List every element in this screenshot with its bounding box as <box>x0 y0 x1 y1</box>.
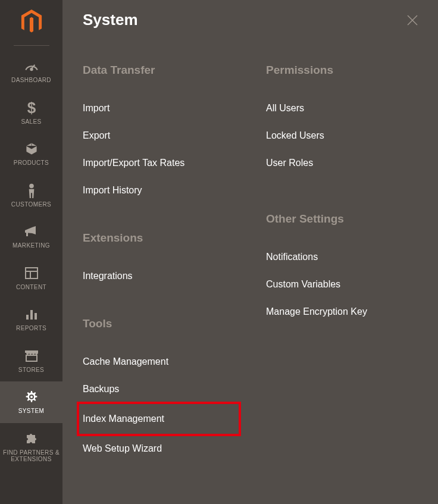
sidebar-item-reports[interactable]: REPORTS <box>0 299 62 340</box>
menu-notifications[interactable]: Notifications <box>266 243 421 271</box>
sidebar-item-marketing[interactable]: MARKETING <box>0 216 62 258</box>
sidebar-item-partners[interactable]: FIND PARTNERS & EXTENSIONS <box>0 423 62 471</box>
close-icon <box>406 14 419 27</box>
menu-locked-users[interactable]: Locked Users <box>266 122 421 149</box>
section-extensions: Extensions Integrations <box>83 231 245 290</box>
section-data-transfer: Data Transfer Import Export Import/Expor… <box>83 64 245 204</box>
sidebar-item-label: DASHBOARD <box>11 77 51 84</box>
magento-logo[interactable] <box>20 0 43 45</box>
bar-chart-icon <box>25 306 38 323</box>
sidebar-item-sales[interactable]: $ SALES <box>0 92 62 134</box>
svg-rect-10 <box>35 313 37 320</box>
section-heading: Permissions <box>266 64 421 77</box>
sidebar-item-content[interactable]: CONTENT <box>0 258 62 299</box>
megaphone-icon <box>24 223 39 240</box>
sidebar-item-label: SYSTEM <box>18 408 45 415</box>
system-flyout: System Data Transfer Import Export Impor… <box>62 0 438 504</box>
menu-import-history[interactable]: Import History <box>83 177 245 204</box>
section-heading: Data Transfer <box>83 64 245 77</box>
sidebar-item-customers[interactable]: CUSTOMERS <box>0 175 62 217</box>
menu-all-users[interactable]: All Users <box>266 95 421 122</box>
section-heading: Extensions <box>83 231 245 245</box>
sidebar-item-system[interactable]: SYSTEM <box>0 381 62 423</box>
svg-text:$: $ <box>27 100 36 115</box>
section-other-settings: Other Settings Notifications Custom Vari… <box>266 212 421 325</box>
menu-manage-encryption-key[interactable]: Manage Encryption Key <box>266 298 421 325</box>
storefront-icon <box>24 348 39 364</box>
sidebar-item-dashboard[interactable]: DASHBOARD <box>0 51 62 92</box>
gauge-icon <box>24 58 39 74</box>
puzzle-icon <box>24 430 39 447</box>
sidebar-item-label: SALES <box>21 118 41 126</box>
box-icon <box>24 140 39 157</box>
sidebar-item-label: CUSTOMERS <box>11 201 51 208</box>
menu-integrations[interactable]: Integrations <box>83 262 245 290</box>
menu-index-management[interactable]: Index Management <box>78 403 240 435</box>
svg-point-3 <box>29 183 34 188</box>
menu-export[interactable]: Export <box>83 122 245 149</box>
menu-tax-rates[interactable]: Import/Export Tax Rates <box>83 149 245 177</box>
menu-backups[interactable]: Backups <box>83 375 245 403</box>
svg-rect-9 <box>30 310 33 320</box>
sidebar-item-label: PRODUCTS <box>14 159 49 167</box>
svg-rect-5 <box>26 268 37 278</box>
sidebar-divider <box>14 45 49 46</box>
menu-user-roles[interactable]: User Roles <box>266 149 421 177</box>
sidebar-item-stores[interactable]: STORES <box>0 340 62 382</box>
sidebar-item-label: CONTENT <box>16 284 46 291</box>
svg-rect-11 <box>26 355 37 361</box>
menu-cache-management[interactable]: Cache Management <box>83 348 245 375</box>
layout-icon <box>24 265 39 281</box>
main-sidebar: DASHBOARD $ SALES PRODUCTS CUSTOMERS <box>0 0 62 504</box>
close-button[interactable] <box>403 11 421 29</box>
section-heading: Other Settings <box>266 212 421 226</box>
flyout-title: System <box>83 11 138 29</box>
flyout-right-column: Permissions All Users Locked Users User … <box>266 64 421 490</box>
menu-web-setup-wizard[interactable]: Web Setup Wizard <box>83 435 245 462</box>
person-icon <box>27 182 36 199</box>
dollar-icon: $ <box>27 99 36 116</box>
svg-rect-8 <box>26 315 29 320</box>
svg-point-1 <box>30 68 32 70</box>
svg-rect-4 <box>26 233 28 236</box>
sidebar-item-label: MARKETING <box>12 242 50 249</box>
sidebar-item-products[interactable]: PRODUCTS <box>0 133 62 175</box>
sidebar-item-label: FIND PARTNERS & EXTENSIONS <box>2 449 60 463</box>
section-heading: Tools <box>83 317 245 330</box>
menu-import[interactable]: Import <box>83 95 245 122</box>
menu-custom-variables[interactable]: Custom Variables <box>266 271 421 298</box>
flyout-left-column: Data Transfer Import Export Import/Expor… <box>83 64 245 490</box>
magento-logo-icon <box>20 10 43 35</box>
gear-icon <box>24 389 39 405</box>
section-tools: Tools Cache Management Backups Index Man… <box>83 317 245 462</box>
sidebar-item-label: STORES <box>18 367 44 374</box>
sidebar-item-label: REPORTS <box>16 325 46 332</box>
section-permissions: Permissions All Users Locked Users User … <box>266 64 421 177</box>
